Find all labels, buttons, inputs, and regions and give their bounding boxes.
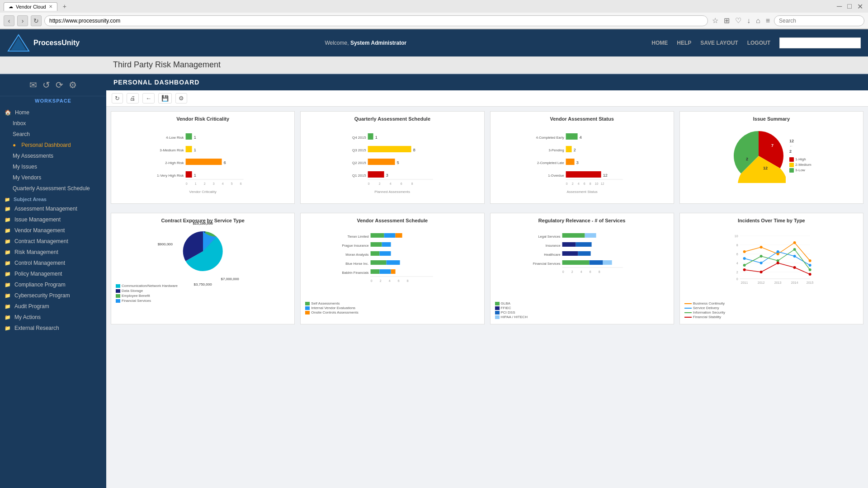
svg-point-129 [808,259,811,262]
main-layout: ✉ ↺ ⟳ ⚙ WORKSPACE 🏠 Home Inbox Search ● … [0,74,868,488]
svg-text:Moran Analysts: Moran Analysts [346,253,369,257]
svg-point-126 [760,246,762,249]
sidebar-item-assessment-mgmt[interactable]: 📁 Assessment Management [0,203,106,214]
svg-text:4: 4 [389,279,391,282]
folder-icon9: 📁 [5,293,11,299]
browser-search-input[interactable] [774,15,864,26]
sidebar-item-policy-mgmt[interactable]: 📁 Policy Management [0,268,106,279]
help-link[interactable]: HELP [677,40,691,46]
inbox-icon[interactable]: ✉ [29,80,37,90]
dashboard-header: PERSONAL DASHBOARD [106,74,868,90]
svg-text:4: 4 [736,262,738,265]
back-button[interactable]: ‹ [4,15,14,26]
sidebar-item-home[interactable]: 🏠 Home [0,107,106,118]
toolbar-back-button[interactable]: ← [142,93,155,103]
iot-legend-1: Business Continuity [693,301,725,305]
sidebar-item-my-issues[interactable]: My Issues [0,161,106,172]
sidebar-item-issue-mgmt[interactable]: 📁 Issue Management [0,214,106,225]
svg-text:2: 2 [571,182,573,185]
ce-legend-3: Employee Benefit [122,294,150,298]
folder-icon10: 📁 [5,304,11,310]
svg-text:4: 4 [577,182,579,185]
menu-button[interactable]: ≡ [764,17,771,25]
svg-text:6: 6 [589,270,591,273]
toolbar-refresh-button[interactable]: ↻ [112,93,123,103]
forward-button[interactable]: › [17,15,28,26]
history-icon[interactable]: ⟳ [56,80,63,90]
svg-rect-12 [186,171,192,178]
svg-text:2013: 2013 [774,281,782,284]
sidebar-item-cybersecurity[interactable]: 📁 Cybersecurity Program [0,290,106,301]
vendor-assessment-status-chart: Vendor Assessment Status 4-Completed Ear… [490,111,674,204]
settings-icon[interactable]: ⚙ [69,80,77,90]
minimize-button[interactable]: ─ [835,2,843,10]
vasc-legend-2: Internal Vendor Evaluations [311,306,355,310]
svg-rect-27 [368,146,411,152]
home-nav-button[interactable]: ⌂ [755,17,762,25]
reload-button[interactable]: ↻ [31,15,42,26]
svg-text:0: 0 [736,277,738,281]
logo-text: ProcessUnity [33,39,80,47]
sidebar-item-inbox[interactable]: Inbox [0,118,106,129]
sidebar-home-label: Home [15,109,29,116]
sidebar-item-risk-mgmt[interactable]: 📁 Risk Management [0,247,106,258]
sidebar-item-my-actions[interactable]: 📁 My Actions [0,312,106,323]
save-layout-link[interactable]: SAVE LAYOUT [700,40,738,46]
sidebar-issues-label: My Issues [13,164,37,170]
logout-link[interactable]: LOGOUT [747,40,770,46]
svg-text:3: 3 [386,173,388,178]
svg-text:Legal Services: Legal Services [538,235,560,239]
new-tab-button[interactable]: + [60,2,69,11]
browser-tab[interactable]: ☁ Vendor Cloud ✕ [4,2,57,11]
refresh-icon[interactable]: ↺ [42,80,50,90]
reader-button[interactable]: ⊞ [722,16,731,25]
sidebar-item-vendor-mgmt[interactable]: 📁 Vendor Management [0,225,106,236]
svg-text:6: 6 [398,279,400,282]
sync-button[interactable]: ♡ [734,16,743,25]
sidebar-item-my-assessments[interactable]: My Assessments [0,150,106,161]
contract-exposure-chart: Contract Exposure by Service Type [111,213,295,324]
toolbar-print-button[interactable]: 🖨 [127,93,139,103]
download-button[interactable]: ↓ [745,17,752,25]
workspace-icon-bar: ✉ ↺ ⟳ ⚙ [0,74,106,96]
sidebar-item-compliance[interactable]: 📁 Compliance Program [0,279,106,290]
header-search-input[interactable] [779,38,861,48]
restore-button[interactable]: □ [846,2,853,10]
sidebar-item-search[interactable]: Search [0,129,106,140]
svg-text:2: 2 [736,271,738,274]
svg-rect-74 [371,251,380,256]
sidebar-item-control-mgmt[interactable]: 📁 Control Management [0,258,106,268]
tab-close-button[interactable]: ✕ [49,4,52,9]
iot-title: Incidents Over Time by Type [684,218,859,223]
sidebar-control-label: Control Management [14,260,65,266]
close-window-button[interactable]: ✕ [856,2,864,11]
tab-title: Vendor Cloud [16,4,46,9]
svg-text:8: 8 [736,244,738,247]
bookmark-button[interactable]: ☆ [711,16,720,25]
svg-text:Financial Services: Financial Services [533,262,560,266]
sidebar-item-external-research[interactable]: 📁 External Research [0,323,106,333]
svg-rect-82 [391,269,396,274]
toolbar-settings-button[interactable]: ⚙ [175,93,187,103]
svg-text:12: 12 [600,182,604,185]
svg-text:8: 8 [413,148,415,152]
svg-rect-9 [186,159,222,165]
vasc-legend-3: Onsite Controls Assessments [311,310,358,314]
toolbar-save-button[interactable]: 💾 [158,93,172,103]
sidebar-item-contract-mgmt[interactable]: 📁 Contract Management [0,236,106,247]
svg-rect-90 [562,233,585,238]
svg-rect-46 [566,146,571,152]
rr-chart: Legal Services Insurance Healthcare Fina… [495,227,669,299]
svg-text:2015: 2015 [807,281,814,284]
address-bar[interactable] [44,15,708,26]
svg-text:3-Medium Risk: 3-Medium Risk [160,148,184,152]
sidebar-item-quarterly[interactable]: Quarterly Assessment Schedule [0,183,106,194]
sidebar-item-audit[interactable]: 📁 Audit Program [0,301,106,312]
home-link[interactable]: HOME [651,40,668,46]
folder-icon4: 📁 [5,239,11,244]
sidebar-risk-label: Risk Management [14,249,58,255]
svg-text:Assessment Status: Assessment Status [566,190,597,194]
sidebar-item-personal-dashboard[interactable]: ● Personal Dashboard [0,140,106,150]
svg-text:1: 1 [194,173,196,178]
sidebar-item-my-vendors[interactable]: My Vendors [0,172,106,183]
